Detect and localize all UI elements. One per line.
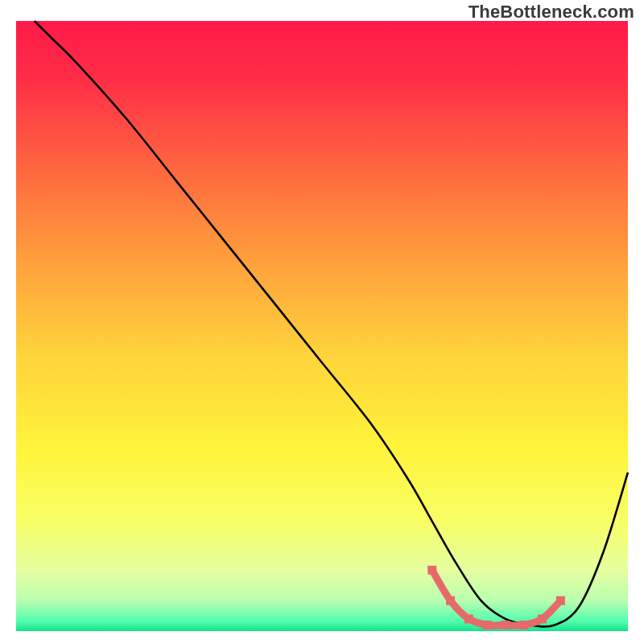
optimal-zone-marker (519, 621, 528, 630)
optimal-zone-marker (538, 614, 547, 623)
optimal-zone-marker (446, 597, 455, 605)
optimal-zone-marker (483, 621, 492, 630)
bottleneck-chart (0, 0, 644, 644)
optimal-zone-marker (427, 566, 436, 575)
gradient-background (16, 21, 628, 631)
optimal-zone-marker (556, 597, 565, 605)
optimal-zone-marker (502, 621, 510, 630)
optimal-zone-marker (464, 614, 473, 623)
